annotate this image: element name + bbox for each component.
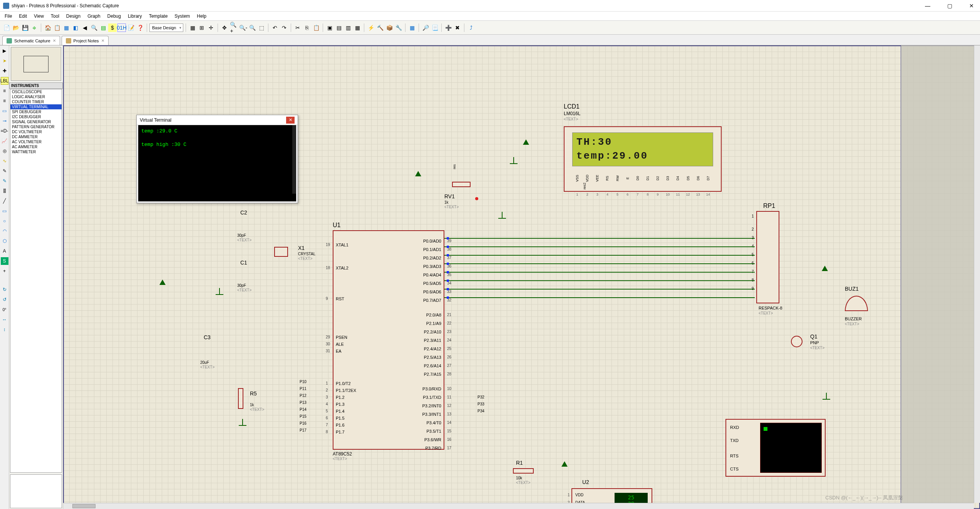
path-icon[interactable]: ⬡ bbox=[1, 237, 8, 245]
pot-wiper[interactable] bbox=[475, 197, 478, 200]
virtual-terminal-close-icon[interactable]: ✕ bbox=[286, 117, 295, 124]
box-icon[interactable]: ▭ bbox=[1, 207, 8, 215]
instrument-icon[interactable]: 🎛 bbox=[1, 187, 8, 195]
save-icon[interactable]: 💾 bbox=[21, 23, 29, 32]
probe-v-icon[interactable]: ✎ bbox=[1, 167, 8, 175]
serial-terminal[interactable]: RXD TXD RTS CTS bbox=[725, 419, 826, 477]
menu-edit[interactable]: Edit bbox=[16, 13, 30, 20]
zoom-area-icon[interactable]: ⬚ bbox=[257, 23, 266, 32]
3d-icon[interactable]: ◧ bbox=[71, 23, 80, 32]
close-button[interactable]: ✕ bbox=[966, 3, 977, 9]
subcircuit-icon[interactable]: ▭ bbox=[1, 107, 8, 115]
overview-panel[interactable] bbox=[11, 47, 61, 81]
menu-file[interactable]: File bbox=[2, 13, 15, 20]
make-device-icon[interactable]: 🔨 bbox=[376, 23, 384, 32]
new-sheet-icon[interactable]: ➕ bbox=[444, 23, 452, 32]
undo-icon[interactable]: ↶ bbox=[271, 23, 279, 32]
list-item[interactable]: PATTERN GENERATOR bbox=[10, 124, 62, 129]
paste-icon[interactable]: 📋 bbox=[312, 23, 320, 32]
block-move-icon[interactable]: ▤ bbox=[335, 23, 343, 32]
respack-rp1[interactable]: 123456789 bbox=[756, 211, 779, 303]
exit-parent-icon[interactable]: ⤴ bbox=[467, 23, 475, 32]
terminal-icon[interactable]: ⊸ bbox=[1, 117, 8, 125]
graph-icon[interactable]: 📈 bbox=[1, 137, 8, 145]
redo-icon[interactable]: ↷ bbox=[280, 23, 288, 32]
package-icon[interactable]: 📦 bbox=[385, 23, 394, 32]
resistor-r5[interactable] bbox=[238, 388, 243, 409]
tab-schematic-capture[interactable]: Schematic Capture ✕ bbox=[2, 36, 60, 45]
new-project-icon[interactable]: 📄 bbox=[2, 23, 11, 32]
design-combo[interactable]: Base Design bbox=[149, 23, 183, 32]
transistor-q1[interactable] bbox=[791, 336, 802, 347]
menu-view[interactable]: View bbox=[31, 13, 47, 20]
menu-design[interactable]: Design bbox=[63, 13, 84, 20]
copy-icon[interactable]: ⎘ bbox=[303, 23, 311, 32]
mirror-h-icon[interactable]: ↔ bbox=[1, 316, 8, 323]
maximize-button[interactable]: ▢ bbox=[944, 3, 955, 9]
decompose-icon[interactable]: 🔧 bbox=[394, 23, 403, 32]
horizontal-scrollbar[interactable] bbox=[63, 503, 974, 509]
list-item[interactable]: WATTMETER bbox=[10, 149, 62, 154]
notes-icon[interactable]: 📝 bbox=[127, 23, 135, 32]
lcd-component[interactable]: TH:30 temp:29.00 VSS1VDD2VEE3RS4RW5E6D07… bbox=[564, 126, 722, 192]
text-icon[interactable]: A bbox=[1, 247, 8, 255]
vertical-scrollbar[interactable] bbox=[974, 45, 980, 503]
list-item[interactable]: OSCILLOSCOPE bbox=[10, 89, 62, 94]
zoom-all-icon[interactable]: 🔍 bbox=[248, 23, 256, 32]
buzzer-buz1[interactable] bbox=[845, 296, 868, 311]
block-copy-icon[interactable]: ▣ bbox=[325, 23, 334, 32]
list-item[interactable]: SPI DEBUGGER bbox=[10, 109, 62, 114]
grid-toggle-icon[interactable]: ▦ bbox=[188, 23, 197, 32]
marker-icon[interactable]: + bbox=[1, 267, 8, 275]
design-explorer-icon[interactable]: 🔍 bbox=[90, 23, 98, 32]
canvas-area[interactable]: LCD1 LM016L <TEXT> TH:30 temp:29.00 VSS1… bbox=[63, 45, 980, 509]
rotate-ccw-icon[interactable]: ↺ bbox=[1, 296, 8, 303]
menu-tool[interactable]: Tool bbox=[48, 13, 62, 20]
minimize-button[interactable]: — bbox=[922, 3, 933, 9]
gerber-icon[interactable]: ◀ bbox=[80, 23, 89, 32]
virtual-terminal-titlebar[interactable]: Virtual Terminal ✕ bbox=[137, 115, 298, 125]
list-item[interactable]: VIRTUAL TERMINAL bbox=[10, 104, 62, 109]
wire-autorouter-icon[interactable]: ▦ bbox=[408, 23, 416, 32]
line-icon[interactable]: ╱ bbox=[1, 197, 8, 205]
cut-icon[interactable]: ✂ bbox=[293, 23, 302, 32]
list-item[interactable]: SIGNAL GENERATOR bbox=[10, 119, 62, 124]
zoom-out-icon[interactable]: 🔍- bbox=[239, 23, 247, 32]
search-icon[interactable]: 🔎 bbox=[421, 23, 430, 32]
probe-i-icon[interactable]: ✎ bbox=[1, 177, 8, 185]
tool-icon[interactable]: 01H bbox=[117, 23, 126, 32]
origin-icon[interactable]: ✛ bbox=[207, 23, 215, 32]
block-delete-icon[interactable]: ▦ bbox=[353, 23, 362, 32]
bus-icon[interactable]: ≡ bbox=[1, 97, 8, 105]
text-script-icon[interactable]: ≡ bbox=[1, 87, 8, 95]
pan-icon[interactable]: ✥ bbox=[220, 23, 229, 32]
component-icon[interactable]: ➤ bbox=[1, 57, 8, 65]
pick-icon[interactable]: ⚡ bbox=[367, 23, 375, 32]
rotate-cw-icon[interactable]: ↻ bbox=[1, 286, 8, 293]
menu-help[interactable]: Help bbox=[194, 13, 209, 20]
list-item[interactable]: DC AMMETER bbox=[10, 134, 62, 139]
list-item[interactable]: AC VOLTMETER bbox=[10, 139, 62, 144]
menu-graph[interactable]: Graph bbox=[84, 13, 103, 20]
circle-icon[interactable]: ○ bbox=[1, 217, 8, 225]
selection-icon[interactable]: ▶ bbox=[1, 47, 8, 55]
block-rotate-icon[interactable]: ▥ bbox=[344, 23, 352, 32]
list-item[interactable]: AC AMMETER bbox=[10, 144, 62, 149]
snap-icon[interactable]: ⊞ bbox=[198, 23, 206, 32]
property-icon[interactable]: 📃 bbox=[431, 23, 439, 32]
close-tab-icon[interactable]: ✕ bbox=[53, 39, 56, 43]
menu-debug[interactable]: Debug bbox=[104, 13, 124, 20]
pot-rv1[interactable] bbox=[452, 182, 471, 187]
wire-label-icon[interactable]: LBL bbox=[1, 77, 8, 85]
generator-icon[interactable]: ∿ bbox=[1, 157, 8, 165]
list-item[interactable]: COUNTER TIMER bbox=[10, 99, 62, 104]
arc-icon[interactable]: ◠ bbox=[1, 227, 8, 235]
menu-template[interactable]: Template bbox=[146, 13, 171, 20]
mirror-v-icon[interactable]: ↕ bbox=[1, 326, 8, 333]
virtual-terminal-window[interactable]: Virtual Terminal ✕ temp :29.0 C temp hig… bbox=[136, 115, 298, 203]
tab-project-notes[interactable]: Project Notes ✕ bbox=[62, 36, 109, 45]
list-item[interactable]: I2C DEBUGGER bbox=[10, 114, 62, 119]
help-icon[interactable]: ❓ bbox=[136, 23, 144, 32]
device-pins-icon[interactable]: =D- bbox=[1, 127, 8, 135]
mcu-component[interactable]: XTAL1 19XTAL2 18RST 9PSEN 29ALE 30EA 31P… bbox=[333, 230, 444, 450]
